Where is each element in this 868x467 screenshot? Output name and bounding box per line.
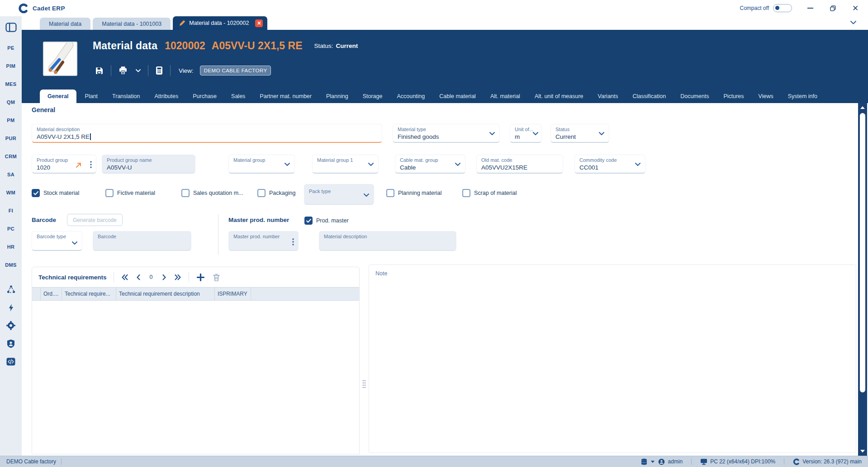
scrollbar-thumb[interactable] <box>860 113 865 392</box>
nav-tab[interactable]: General <box>40 90 76 103</box>
nav-tab[interactable]: Attributes <box>148 90 184 103</box>
user-security-icon[interactable] <box>0 335 22 353</box>
sidebar-module[interactable]: HR <box>0 238 22 256</box>
grid-column-order[interactable]: Ord.... <box>41 288 62 300</box>
sidebar-module[interactable]: DMS <box>0 256 22 274</box>
sidebar-module[interactable]: FI <box>0 202 22 220</box>
field-old-mat-code[interactable]: Old mat. code A05VVU2X15RE <box>476 155 563 174</box>
developer-icon[interactable] <box>0 353 22 371</box>
field-material-type[interactable]: Material type Finished goods <box>393 124 500 143</box>
nav-tab[interactable]: Classification <box>627 90 672 103</box>
print-button[interactable] <box>118 65 128 76</box>
open-tab-1001003[interactable]: Material data - 1001003 <box>93 18 171 30</box>
nav-tab[interactable]: Cable material <box>433 90 482 103</box>
nav-tab[interactable]: Plant <box>79 90 104 103</box>
generate-barcode-button[interactable]: Generate barcode <box>67 214 123 226</box>
workflow-icon[interactable] <box>0 280 22 298</box>
add-row-button[interactable] <box>196 274 205 281</box>
sidebar-module[interactable]: MES <box>0 75 22 93</box>
checkbox-box[interactable] <box>462 189 470 197</box>
nav-tab[interactable]: Sales <box>225 90 251 103</box>
field-barcode-type[interactable]: Barcode type <box>32 231 82 251</box>
field-product-group[interactable]: Product group 1020 <box>32 155 96 174</box>
tab-overflow-chevron[interactable] <box>850 21 856 24</box>
field-material-description[interactable]: Material description A05VV-U 2X1,5 RE <box>32 124 382 143</box>
sidebar-module[interactable]: CRM <box>0 147 22 165</box>
previous-record-button[interactable] <box>136 274 141 280</box>
checkbox-stock-material[interactable]: Stock material <box>32 188 79 198</box>
current-user[interactable]: admin <box>658 458 683 465</box>
more-options-icon[interactable] <box>292 238 294 245</box>
nav-tab[interactable]: Planning <box>320 90 354 103</box>
nav-tab[interactable]: Partner mat. number <box>254 90 318 103</box>
nav-tab[interactable]: Alt. material <box>484 90 526 103</box>
field-cable-mat-group[interactable]: Cable mat. group Cable <box>395 155 465 174</box>
sidebar-module[interactable]: SA <box>0 165 22 184</box>
sidebar-module[interactable]: WM <box>0 184 22 202</box>
workstation-info[interactable]: PC 22 (x64/x64) DPI:100% <box>700 458 775 465</box>
open-record-arrow-icon[interactable] <box>76 162 81 168</box>
database-selector[interactable] <box>641 458 655 465</box>
sidebar-toggle-button[interactable] <box>4 21 18 33</box>
quick-actions-icon[interactable] <box>0 298 22 316</box>
save-button[interactable] <box>94 66 104 76</box>
grid-body-empty[interactable] <box>32 301 359 454</box>
grid-column-technical-requirement[interactable]: Technical require... <box>62 288 116 300</box>
settings-icon[interactable] <box>0 316 22 335</box>
nav-tab[interactable]: Views <box>753 90 779 103</box>
checkbox-scrap-of-material[interactable]: Scrap of material <box>462 188 517 198</box>
nav-tab[interactable]: Accounting <box>391 90 431 103</box>
nav-tab[interactable]: Storage <box>357 90 389 103</box>
checkbox-packaging[interactable]: Packaging <box>257 188 295 198</box>
checkbox-planning-material[interactable]: Planning material <box>386 188 442 198</box>
nav-tab[interactable]: Translation <box>106 90 146 103</box>
open-tab-1020002-active[interactable]: Material data - 1020002 ✕ <box>173 16 267 30</box>
nav-tab[interactable]: Pictures <box>717 90 749 103</box>
checkbox-fictive-material[interactable]: Fictive material <box>105 188 155 198</box>
grid-column-isprimary[interactable]: ISPRIMARY <box>215 288 251 300</box>
field-material-group-1[interactable]: Material group 1 <box>312 155 379 174</box>
checkbox-box[interactable] <box>105 189 114 197</box>
checkbox-box[interactable] <box>32 189 40 197</box>
sidebar-module[interactable]: PC <box>0 220 22 238</box>
grid-column-description[interactable]: Technical requirement description <box>116 288 215 300</box>
more-options-icon[interactable] <box>90 161 92 168</box>
last-record-button[interactable] <box>174 274 182 280</box>
nav-tab[interactable]: Documents <box>674 90 715 103</box>
nav-tab[interactable]: Variants <box>592 90 624 103</box>
note-editor[interactable]: Note <box>369 264 856 453</box>
scroll-down-arrow[interactable] <box>860 450 865 453</box>
field-commodity-code[interactable]: Commodity code CC001 <box>574 155 645 174</box>
material-photo[interactable] <box>43 42 77 76</box>
sidebar-module[interactable]: PUR <box>0 129 22 147</box>
field-unit-of-measure[interactable]: Unit of... m <box>510 124 541 143</box>
minimize-button[interactable] <box>806 4 815 13</box>
first-record-button[interactable] <box>121 274 129 280</box>
checkbox-box[interactable] <box>257 189 266 197</box>
open-tab-material-data[interactable]: Material data <box>40 18 90 30</box>
field-status[interactable]: Status Current <box>550 124 609 143</box>
panel-splitter-handle[interactable] <box>362 380 366 388</box>
sidebar-module[interactable]: PIM <box>0 57 22 75</box>
compact-toggle[interactable] <box>773 4 792 12</box>
version-info[interactable]: Version: 26.3 (972) main <box>793 458 862 465</box>
sidebar-module[interactable]: QM <box>0 93 22 111</box>
restore-button[interactable] <box>828 4 837 13</box>
nav-tab[interactable]: System info <box>782 90 823 103</box>
checkbox-box[interactable] <box>181 189 190 197</box>
next-record-button[interactable] <box>161 274 167 280</box>
print-options-chevron[interactable] <box>135 68 142 73</box>
view-selector[interactable]: DEMO CABLE FACTORY <box>200 66 271 75</box>
checkbox-sales-quotation[interactable]: Sales quotation m... <box>181 188 243 198</box>
calculator-button[interactable] <box>155 65 164 76</box>
close-tab-button[interactable]: ✕ <box>255 19 263 27</box>
vertical-scrollbar[interactable] <box>858 103 867 456</box>
checkbox-box[interactable] <box>304 217 313 225</box>
checkbox-box[interactable] <box>386 189 394 197</box>
delete-row-button[interactable] <box>212 274 221 281</box>
nav-tab[interactable]: Alt. unit of measure <box>529 90 589 103</box>
nav-tab[interactable]: Purchase <box>187 90 223 103</box>
close-button[interactable]: ✕ <box>851 4 860 13</box>
field-pack-type[interactable]: Pack type <box>304 184 374 205</box>
scroll-up-arrow[interactable] <box>860 106 865 109</box>
